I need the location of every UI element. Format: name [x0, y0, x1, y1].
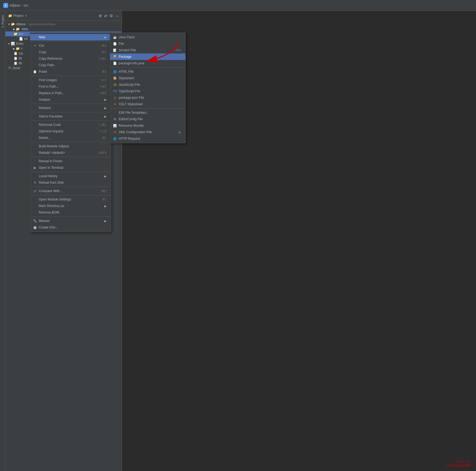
submenu-item-ts[interactable]: TS TypeScript File: [110, 88, 185, 94]
package-icon: 📦: [113, 55, 117, 59]
dropdown-arrow[interactable]: ▼: [24, 14, 27, 17]
submenu-item-editorconfig[interactable]: ⚙ EditorConfig File: [110, 116, 185, 122]
globe-icon[interactable]: ⊕: [99, 14, 102, 18]
submenu-item-html[interactable]: 🌐 HTML File: [110, 68, 185, 75]
edit-templates-icon: [113, 110, 117, 115]
mark-directory-arrow-icon: ▶: [104, 205, 107, 208]
minimize-icon[interactable]: —: [115, 14, 119, 18]
sidebar-tab-project[interactable]: 1: Project: [1, 13, 5, 30]
menu-label-add-favorites: Add to Favorites: [39, 114, 62, 118]
submenu-item-json[interactable]: {} package.json File: [110, 94, 185, 101]
menu-label-refactor: Refactor: [39, 106, 51, 110]
menu-item-weaver[interactable]: 🔧 Weaver ▶: [30, 218, 111, 224]
menu-item-create-gist[interactable]: ⬤ Create Gist...: [30, 224, 111, 231]
xml-arrow-icon: ▶: [179, 131, 181, 134]
separator-4: [30, 112, 111, 112]
sort-icon[interactable]: ⇄: [104, 14, 107, 18]
menu-item-new[interactable]: New ▶: [30, 34, 111, 40]
file-icon-e9: 📄: [19, 37, 23, 41]
menu-item-mark-directory[interactable]: Mark Directory as ▶: [30, 203, 111, 209]
submenu-sep-2: [110, 108, 185, 109]
compare-icon: ⇄: [33, 189, 37, 193]
separator-1: [30, 41, 111, 42]
menu-item-reveal-finder[interactable]: Reveal in Finder: [30, 158, 111, 164]
menu-item-paste[interactable]: 📋 Paste ⌘V: [30, 68, 111, 75]
project-panel-header: 📁 Project ▼ ⊕ ⇄ ⚙ —: [5, 11, 122, 21]
submenu-label-xslt: XSLT Stylesheet: [119, 102, 143, 106]
menu-label-paste: Paste: [39, 70, 47, 74]
menu-item-optimize[interactable]: Optimize Imports ^⌥O: [30, 128, 111, 135]
tree-label-lib2: lib: [19, 61, 22, 65]
separator-10: [30, 195, 111, 195]
submenu-label-stylesheet: Stylesheet: [119, 76, 134, 80]
new-arrow-icon: ▶: [104, 36, 107, 39]
tree-label-exter: Exter: [16, 42, 24, 46]
settings-icon[interactable]: ⚙: [110, 14, 113, 18]
submenu-item-xslt[interactable]: ⚙ XSLT Stylesheet: [110, 101, 185, 107]
menu-item-local-history[interactable]: Local History ▶: [30, 173, 111, 179]
replace-path-shortcut: ⇧⌘R: [99, 91, 107, 95]
menu-item-copy-path[interactable]: Copy Path...: [30, 62, 111, 68]
menu-item-find-usages[interactable]: Find Usages ⌥F7: [30, 77, 111, 83]
submenu-label-scratch-file: Scratch File: [119, 48, 136, 52]
find-path-icon: [33, 84, 37, 89]
submenu-item-package-info[interactable]: 📄 package-info.java: [110, 60, 185, 66]
menu-item-compare-with[interactable]: ⇄ Compare With... ⌘D: [30, 188, 111, 194]
menu-item-reformat[interactable]: Reformat Code ⌥⌘L: [30, 122, 111, 128]
remove-bom-icon: [33, 210, 37, 215]
submenu-item-js[interactable]: JS JavaScript File: [110, 81, 185, 88]
context-menu: New ▶ ✂ Cut ⌘X Copy ⌘C Copy Reference ⌥⌘…: [30, 33, 111, 232]
separator-2: [30, 76, 111, 76]
menu-item-reload-disk[interactable]: ↻ Reload from Disk: [30, 179, 111, 186]
rebuild-icon: [33, 151, 37, 155]
compare-shortcut: ⌘D: [101, 189, 107, 193]
submenu-item-stylesheet[interactable]: 🎨 Stylesheet: [110, 75, 185, 81]
menu-item-build-module[interactable]: Build Module 'e9java': [30, 143, 111, 149]
clock-icon-scrat: ⏱: [8, 66, 11, 70]
find-usages-shortcut: ⌥F7: [99, 78, 107, 82]
xslt-icon: ⚙: [113, 102, 117, 106]
menu-label-weaver: Weaver: [39, 219, 50, 223]
menu-label-find-path: Find in Path...: [39, 85, 59, 88]
submenu-item-http[interactable]: 🌐 HTTP Request: [110, 135, 185, 142]
ts-icon: TS: [113, 89, 117, 93]
delete-icon: [33, 136, 37, 140]
menu-label-new: New: [39, 35, 45, 39]
menu-item-delete[interactable]: Delete... ⌦: [30, 135, 111, 141]
submenu-label-xml: XML Configuration File: [119, 130, 152, 134]
submenu-item-file[interactable]: 📄 File: [110, 40, 185, 47]
submenu-item-resource-bundle[interactable]: 📊 Resource Bundle: [110, 122, 185, 129]
module-settings-icon: [33, 197, 37, 202]
menu-item-add-favorites[interactable]: Add to Favorites ▶: [30, 113, 111, 120]
menu-item-replace-path[interactable]: Replace in Path... ⇧⌘R: [30, 90, 111, 96]
menu-item-analyze[interactable]: Analyze ▶: [30, 96, 111, 103]
copy-path-icon: [33, 63, 37, 67]
submenu-item-edit-templates[interactable]: Edit File Templates...: [110, 109, 185, 116]
menu-item-cut[interactable]: ✂ Cut ⌘X: [30, 42, 111, 49]
app-logo: e: [3, 3, 8, 8]
submenu-item-scratch-file[interactable]: 📝 Scratch File ⇧⌘N: [110, 47, 185, 53]
panel-icons: ⊕ ⇄ ⚙ —: [99, 14, 119, 18]
menu-item-rebuild[interactable]: Rebuild '<default>' ⇧⌘F9: [30, 149, 111, 156]
editorconfig-icon: ⚙: [113, 117, 117, 121]
menu-item-module-settings[interactable]: Open Module Settings ⌘↓: [30, 196, 111, 203]
weaver-icon: 🔧: [33, 219, 37, 223]
tree-label-idea: .idea: [21, 27, 28, 31]
tree-item-idea[interactable]: ▶ 📁 .idea: [5, 27, 122, 31]
menu-label-optimize: Optimize Imports: [39, 129, 63, 133]
submenu-item-java-class[interactable]: ☕ Java Class: [110, 34, 185, 40]
submenu-item-package[interactable]: 📦 Package: [110, 53, 185, 60]
tree-path-e9java: ~/work/project/e9java: [27, 23, 55, 26]
menu-item-copy-ref[interactable]: Copy Reference ⌥⌘C: [30, 55, 111, 62]
folder-icon-idea: 📁: [16, 27, 20, 31]
menu-item-open-terminal[interactable]: ▶ Open in Terminal: [30, 164, 111, 171]
submenu-label-package: Package: [119, 55, 131, 59]
submenu-item-xml[interactable]: ⚙ XML Configuration File ▶: [110, 129, 185, 135]
menu-item-remove-bom[interactable]: Remove BOM: [30, 209, 111, 216]
menu-item-refactor[interactable]: Refactor ▶: [30, 105, 111, 111]
tree-item-e9java[interactable]: ▼ 📁 e9java ~/work/project/e9java: [5, 22, 122, 27]
favorites-icon: [33, 114, 37, 119]
menu-item-find-path[interactable]: Find in Path... ⇧⌘F: [30, 83, 111, 90]
js-icon: JS: [113, 82, 117, 87]
menu-item-copy[interactable]: Copy ⌘C: [30, 49, 111, 55]
